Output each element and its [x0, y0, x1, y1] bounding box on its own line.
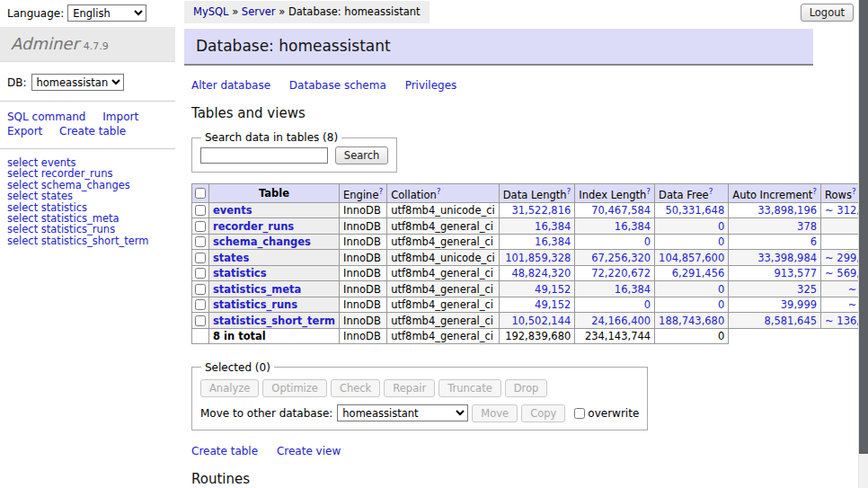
- cell-engine: InnoDB: [340, 281, 387, 297]
- cell-auto-increment: 913,577: [729, 265, 821, 281]
- db-link-alter-database[interactable]: Alter database: [191, 79, 270, 92]
- create-link-create-table[interactable]: Create table: [191, 445, 258, 457]
- optimize-button[interactable]: Optimize: [262, 379, 327, 397]
- sidebar-action-import[interactable]: Import: [102, 111, 138, 123]
- help-icon[interactable]: ?: [709, 187, 713, 196]
- routines-heading: Routines: [191, 471, 813, 487]
- cell-data-length: 31,522,816: [499, 202, 575, 218]
- sidebar-select-statistics-runs[interactable]: select statistics_runs: [7, 224, 175, 235]
- table-name-cell: states: [209, 250, 340, 266]
- cell-index-length: 16,384: [575, 218, 655, 235]
- repair-button[interactable]: Repair: [384, 379, 435, 397]
- sidebar-action-export[interactable]: Export: [7, 125, 42, 138]
- row-checkbox[interactable]: [195, 205, 206, 216]
- help-icon[interactable]: ?: [852, 187, 856, 196]
- search-button[interactable]: Search: [335, 146, 389, 164]
- search-input[interactable]: [200, 147, 328, 164]
- table-link-statistics-meta[interactable]: statistics_meta: [213, 283, 301, 296]
- sidebar-action-sql-command[interactable]: SQL command: [7, 111, 85, 123]
- database-links: Alter database Database schema Privilege…: [191, 79, 813, 92]
- app-version: 4.7.9: [84, 40, 109, 52]
- row-checkbox[interactable]: [195, 284, 206, 295]
- row-checkbox-cell: [192, 218, 209, 235]
- cell-collation: utf8mb4_unicode_ci: [387, 202, 500, 218]
- language-select[interactable]: English: [67, 4, 146, 22]
- help-icon[interactable]: ?: [378, 187, 383, 196]
- table-name-cell: schema_changes: [209, 234, 340, 250]
- table-link-events[interactable]: events: [213, 204, 252, 217]
- row-checkbox[interactable]: [195, 253, 206, 263]
- table-name-cell: statistics: [209, 265, 340, 281]
- sidebar-select-recorder-runs[interactable]: select recorder_runs: [7, 168, 175, 179]
- help-icon[interactable]: ?: [437, 187, 441, 196]
- select-all-checkbox[interactable]: [195, 188, 206, 199]
- sidebar-table-links: select eventsselect recorder_runsselect …: [0, 149, 175, 246]
- row-checkbox-cell: [192, 202, 209, 218]
- cell-collation: utf8mb4_unicode_ci: [387, 250, 500, 266]
- help-icon[interactable]: ?: [812, 187, 817, 196]
- table-name-cell: statistics_short_term: [209, 313, 340, 329]
- breadcrumb-link-mysql[interactable]: MySQL: [193, 5, 229, 18]
- create-link-create-view[interactable]: Create view: [277, 445, 341, 457]
- cell-data-free: 50,331,648: [655, 202, 729, 218]
- table-header-row: TableEngine?Collation?Data Length?Index …: [192, 184, 868, 203]
- help-icon[interactable]: ?: [567, 187, 571, 196]
- move-db-select[interactable]: homeassistant: [337, 404, 468, 421]
- cell-collation: utf8mb4_general_ci: [387, 313, 500, 329]
- breadcrumb-link-server[interactable]: Server: [242, 5, 276, 18]
- table-row: statistics_short_termInnoDButf8mb4_gener…: [192, 313, 868, 329]
- table-row: eventsInnoDButf8mb4_unicode_ci31,522,816…: [192, 202, 868, 218]
- row-checkbox[interactable]: [195, 315, 206, 326]
- drop-button[interactable]: Drop: [505, 379, 548, 397]
- cell-data-length: 10,502,144: [499, 313, 575, 329]
- table-row: statesInnoDButf8mb4_unicode_ci101,859,32…: [192, 250, 868, 266]
- sidebar: Adminer4.7.9 DB:homeassistant SQL comman…: [0, 27, 175, 246]
- column-header-table: Table: [209, 184, 340, 203]
- column-header-auto-increment: Auto Increment?: [729, 184, 821, 203]
- selected-buttons: AnalyzeOptimizeCheckRepairTruncateDrop: [200, 379, 639, 397]
- row-checkbox-cell: [192, 281, 209, 297]
- move-button[interactable]: Move: [472, 404, 518, 422]
- row-checkbox[interactable]: [195, 299, 206, 310]
- check-button[interactable]: Check: [331, 379, 380, 397]
- cell-data-free: 0: [655, 281, 729, 297]
- column-header-index-length: Index Length?: [575, 184, 655, 203]
- scrollbar-thumb[interactable]: [859, 0, 868, 454]
- sidebar-actions: SQL command Import Export Create table: [0, 102, 155, 148]
- language-label: Language:: [7, 7, 64, 20]
- analyze-button[interactable]: Analyze: [200, 379, 259, 397]
- overwrite-label: overwrite: [588, 407, 639, 420]
- page-title: Database: homeassistant: [184, 29, 813, 66]
- table-link-statistics-runs[interactable]: statistics_runs: [213, 298, 297, 311]
- help-icon[interactable]: ?: [646, 187, 651, 196]
- copy-button[interactable]: Copy: [521, 404, 565, 422]
- row-checkbox[interactable]: [195, 236, 206, 247]
- breadcrumb-separator: »: [229, 5, 242, 18]
- db-link-privileges[interactable]: Privileges: [405, 79, 457, 92]
- table-link-states[interactable]: states: [213, 252, 249, 264]
- cell-auto-increment: 33,898,196: [729, 202, 821, 218]
- cell-collation: utf8mb4_general_ci: [387, 281, 500, 297]
- sidebar-action-create-table[interactable]: Create table: [59, 125, 126, 138]
- table-link-statistics-short-term[interactable]: statistics_short_term: [213, 315, 335, 327]
- sidebar-select-states[interactable]: select states: [7, 191, 175, 201]
- sidebar-select-statistics-short-term[interactable]: select statistics_short_term: [7, 235, 175, 246]
- cell-data-free: 0: [655, 218, 729, 235]
- header-checkbox-cell: [192, 184, 209, 203]
- cell-index-length: 72,220,672: [575, 265, 655, 281]
- table-row: recorder_runsInnoDButf8mb4_general_ci16,…: [192, 218, 868, 235]
- row-checkbox[interactable]: [195, 221, 206, 232]
- overwrite-checkbox[interactable]: [574, 408, 585, 419]
- cell-index-length: 16,384: [575, 281, 655, 297]
- db-link-database-schema[interactable]: Database schema: [289, 79, 386, 92]
- cell-engine: InnoDB: [340, 218, 387, 235]
- truncate-button[interactable]: Truncate: [438, 379, 501, 397]
- db-select[interactable]: homeassistant: [31, 74, 124, 91]
- row-checkbox[interactable]: [195, 268, 206, 279]
- vertical-scrollbar[interactable]: [858, 0, 868, 488]
- table-link-statistics[interactable]: statistics: [213, 267, 267, 279]
- table-link-recorder-runs[interactable]: recorder_runs: [213, 220, 294, 233]
- table-link-schema-changes[interactable]: schema_changes: [213, 235, 311, 248]
- cell-data-length: 16,384: [499, 218, 575, 235]
- table-name-cell: recorder_runs: [209, 218, 340, 235]
